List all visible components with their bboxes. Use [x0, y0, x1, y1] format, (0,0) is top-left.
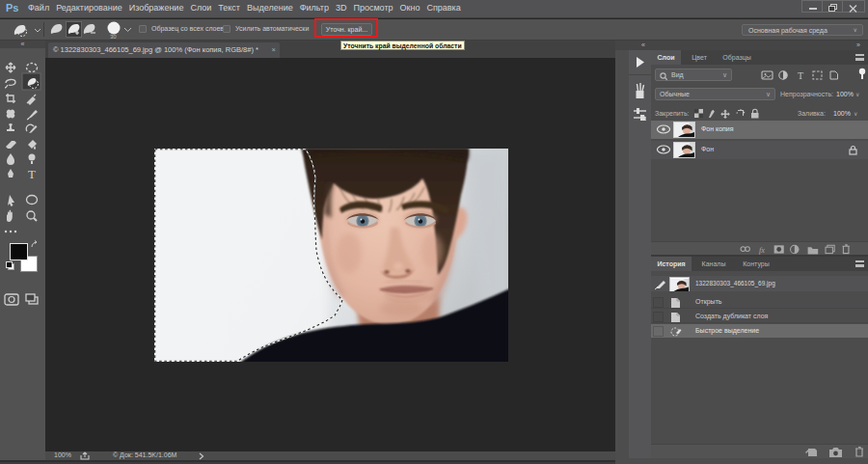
- svg-text:T: T: [28, 167, 36, 181]
- svg-text:30: 30: [110, 34, 117, 40]
- svg-text:T: T: [798, 70, 803, 81]
- svg-text:fx: fx: [759, 246, 765, 255]
